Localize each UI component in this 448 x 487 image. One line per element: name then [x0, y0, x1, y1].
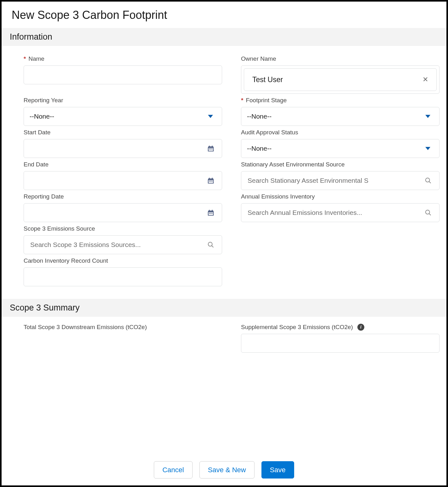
page-title: New Scope 3 Carbon Footprint: [2, 8, 446, 28]
footer-actions: Cancel Save & New Save: [2, 461, 446, 479]
name-label: *Name: [24, 55, 222, 62]
reporting-date-input[interactable]: [24, 203, 222, 222]
summary-form: Total Scope 3 Downstream Emissions (tCO2…: [2, 317, 446, 365]
annual-inventory-label: Annual Emissions Inventory: [241, 193, 440, 200]
search-icon[interactable]: [425, 177, 432, 184]
svg-rect-7: [208, 179, 214, 180]
annual-inventory-lookup[interactable]: [241, 203, 440, 222]
search-icon[interactable]: [425, 209, 432, 216]
svg-rect-6: [212, 146, 213, 147]
field-total-downstream: Total Scope 3 Downstream Emissions (tCO2…: [24, 324, 222, 353]
svg-rect-2: [209, 148, 210, 149]
svg-rect-4: [212, 148, 213, 149]
start-date-text[interactable]: [30, 144, 216, 153]
calendar-icon[interactable]: [207, 145, 214, 152]
calendar-icon[interactable]: [207, 177, 214, 184]
name-input-wrap: [24, 65, 222, 84]
reporting-date-text[interactable]: [30, 209, 216, 217]
field-audit-approval: Audit Approval Status --None--: [241, 129, 440, 158]
scope3-source-input[interactable]: [30, 241, 216, 249]
chevron-down-icon: [425, 115, 430, 118]
audit-approval-label: Audit Approval Status: [241, 129, 440, 136]
scope3-source-label: Scope 3 Emissions Source: [24, 225, 222, 232]
chevron-down-icon: [208, 115, 213, 118]
svg-rect-20: [212, 213, 213, 214]
owner-name-value: Test User: [252, 76, 283, 84]
svg-rect-12: [209, 178, 210, 179]
owner-name-pill[interactable]: Test User ✕: [244, 68, 437, 91]
svg-rect-19: [210, 213, 211, 214]
svg-rect-11: [212, 181, 213, 182]
start-date-label: Start Date: [24, 129, 222, 136]
total-downstream-label: Total Scope 3 Downstream Emissions (tCO2…: [24, 324, 222, 331]
svg-rect-3: [210, 148, 211, 149]
stationary-source-lookup[interactable]: [241, 171, 440, 190]
field-start-date: Start Date: [24, 129, 222, 158]
reporting-year-value: --None--: [30, 113, 54, 120]
svg-rect-22: [212, 210, 213, 211]
record-count-input[interactable]: [30, 273, 216, 281]
required-asterisk: *: [241, 97, 243, 104]
search-icon[interactable]: [207, 241, 214, 248]
chevron-down-icon: [425, 147, 430, 150]
svg-line-24: [429, 214, 431, 216]
field-supplemental: Supplemental Scope 3 Emissions (tCO2e) i: [241, 324, 440, 353]
footprint-stage-value: --None--: [247, 113, 272, 120]
info-icon[interactable]: i: [357, 324, 364, 331]
close-icon[interactable]: ✕: [423, 76, 428, 84]
svg-rect-21: [209, 210, 210, 211]
supplemental-input[interactable]: [247, 339, 434, 347]
owner-name-label: Owner Name: [241, 55, 440, 62]
supplemental-label: Supplemental Scope 3 Emissions (tCO2e) i: [241, 324, 440, 331]
svg-rect-13: [212, 178, 213, 179]
reporting-year-label: Reporting Year: [24, 97, 222, 104]
section-header-summary: Scope 3 Summary: [2, 299, 446, 317]
svg-line-15: [429, 182, 431, 183]
audit-approval-select[interactable]: --None--: [241, 139, 440, 158]
name-input[interactable]: [30, 71, 216, 79]
supplemental-input-wrap: [241, 334, 440, 353]
footprint-stage-select[interactable]: --None--: [241, 107, 440, 126]
svg-rect-16: [208, 211, 214, 212]
end-date-text[interactable]: [30, 176, 216, 185]
required-asterisk: *: [24, 55, 26, 62]
svg-rect-10: [210, 181, 211, 182]
field-annual-inventory: Annual Emissions Inventory: [241, 193, 440, 222]
stationary-source-label: Stationary Asset Environmental Source: [241, 161, 440, 168]
reporting-date-label: Reporting Date: [24, 193, 222, 200]
svg-rect-9: [209, 181, 210, 182]
field-reporting-year: Reporting Year --None--: [24, 97, 222, 126]
field-reporting-date: Reporting Date: [24, 193, 222, 222]
footprint-stage-label: *Footprint Stage: [241, 97, 440, 104]
information-form: *Name Owner Name Test User ✕ Reporting Y…: [2, 46, 446, 299]
svg-point-23: [426, 210, 430, 214]
save-and-new-button[interactable]: Save & New: [199, 461, 255, 479]
stationary-source-input[interactable]: [247, 176, 434, 185]
field-end-date: End Date: [24, 161, 222, 190]
section-header-information: Information: [2, 28, 446, 46]
field-name: *Name: [24, 55, 222, 94]
svg-rect-18: [209, 213, 210, 214]
field-owner-name: Owner Name Test User ✕: [241, 55, 440, 94]
audit-approval-value: --None--: [247, 145, 272, 152]
owner-name-pill-wrap: Test User ✕: [241, 65, 440, 94]
scope3-source-lookup[interactable]: [24, 235, 222, 254]
end-date-input[interactable]: [24, 171, 222, 190]
field-record-count: Carbon Inventory Record Count: [24, 257, 222, 286]
record-count-label: Carbon Inventory Record Count: [24, 257, 222, 264]
end-date-label: End Date: [24, 161, 222, 168]
annual-inventory-input[interactable]: [247, 209, 434, 217]
field-stationary-source: Stationary Asset Environmental Source: [241, 161, 440, 190]
record-count-input-wrap: [24, 267, 222, 286]
reporting-year-select[interactable]: --None--: [24, 107, 222, 126]
calendar-icon[interactable]: [207, 209, 214, 216]
save-button[interactable]: Save: [261, 461, 294, 479]
cancel-button[interactable]: Cancel: [154, 461, 192, 479]
svg-point-25: [208, 242, 212, 246]
start-date-input[interactable]: [24, 139, 222, 158]
field-footprint-stage: *Footprint Stage --None--: [241, 97, 440, 126]
svg-rect-0: [208, 147, 214, 148]
field-scope3-source: Scope 3 Emissions Source: [24, 225, 222, 254]
svg-line-26: [212, 246, 214, 248]
svg-point-14: [426, 178, 430, 182]
